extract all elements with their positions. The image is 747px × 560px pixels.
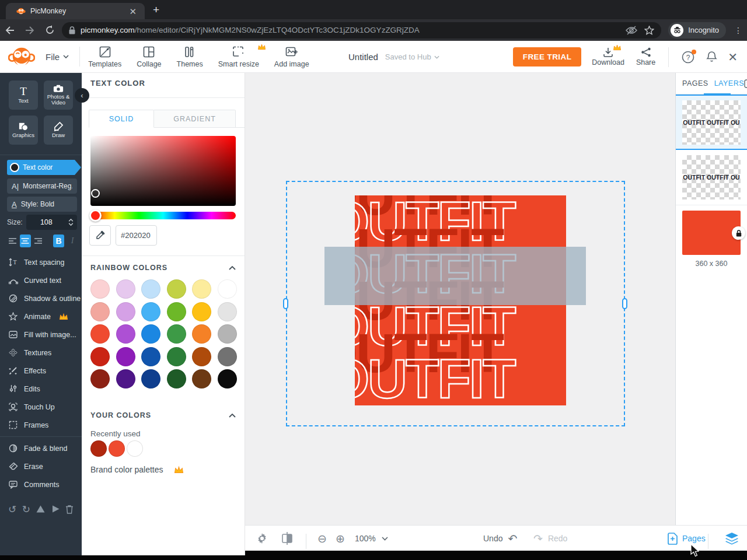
color-swatch[interactable] xyxy=(192,324,211,344)
color-swatch[interactable] xyxy=(116,302,135,321)
flip-preview-button[interactable] xyxy=(281,526,293,551)
color-swatch[interactable] xyxy=(90,302,110,321)
layer-item-text-2[interactable]: OUTFIT OUTFIT OU xyxy=(676,150,747,205)
text-tool-button[interactable]: T Text xyxy=(9,80,38,110)
hex-color-input[interactable] xyxy=(116,225,157,246)
zoom-in-icon[interactable]: ⊕ xyxy=(336,526,345,551)
file-menu-button[interactable]: File xyxy=(42,52,77,62)
close-layers-icon[interactable] xyxy=(744,79,747,88)
color-swatch[interactable] xyxy=(90,347,110,366)
color-swatch[interactable] xyxy=(141,302,160,321)
menu-item-animate[interactable]: Animate xyxy=(0,307,82,326)
close-editor-icon[interactable]: ✕ xyxy=(728,50,738,64)
align-right-button[interactable] xyxy=(32,235,44,247)
color-swatch[interactable] xyxy=(218,347,237,366)
reload-icon[interactable] xyxy=(40,25,60,35)
photos-video-button[interactable]: Photos & Video xyxy=(44,80,73,110)
zoom-chevron-icon[interactable] xyxy=(382,526,388,551)
picmonkey-logo[interactable] xyxy=(8,45,35,68)
color-swatch[interactable] xyxy=(192,347,211,366)
incognito-badge[interactable]: Incognito xyxy=(668,22,726,38)
color-swatch[interactable] xyxy=(218,302,237,321)
zoom-level[interactable]: 100% xyxy=(355,526,376,551)
new-tab-icon[interactable]: + xyxy=(153,4,159,16)
font-size-input[interactable]: 108 xyxy=(26,215,77,230)
color-swatch[interactable] xyxy=(141,369,160,388)
settings-gear-button[interactable] xyxy=(256,526,268,551)
menu-item-erase[interactable]: Erase xyxy=(0,457,82,475)
lock-badge[interactable] xyxy=(732,226,745,240)
menu-item-text-spacing[interactable]: T Text spacing xyxy=(0,253,82,271)
smart-resize-button[interactable]: Smart resize xyxy=(218,46,259,68)
color-swatch[interactable] xyxy=(141,347,160,366)
draw-button[interactable]: Draw xyxy=(44,116,73,145)
tab-close-icon[interactable]: ✕ xyxy=(127,6,139,17)
menu-item-effects[interactable]: Effects xyxy=(0,362,82,380)
menu-item-comments[interactable]: Comments xyxy=(0,475,82,494)
text-color-button[interactable]: Text color xyxy=(7,160,75,175)
color-swatch[interactable] xyxy=(90,279,110,299)
layers-stack-button[interactable] xyxy=(725,526,739,551)
collage-button[interactable]: Collage xyxy=(137,46,161,68)
browser-tab[interactable]: PicMonkey ✕ xyxy=(6,3,145,19)
eyedropper-button[interactable] xyxy=(89,225,111,246)
color-swatch[interactable] xyxy=(90,369,110,388)
font-button[interactable]: A| Montserrat-Reg... xyxy=(7,178,77,194)
color-swatch[interactable] xyxy=(218,279,237,299)
color-swatch[interactable] xyxy=(116,369,135,388)
color-swatch[interactable] xyxy=(116,279,135,299)
resize-handle-left[interactable] xyxy=(283,298,288,309)
color-swatch[interactable] xyxy=(218,324,237,344)
free-trial-button[interactable]: FREE TRIAL xyxy=(513,47,582,66)
color-swatch[interactable] xyxy=(141,324,160,344)
menu-kebab-icon[interactable]: ⋮ xyxy=(729,26,747,35)
menu-item-edits[interactable]: Edits xyxy=(0,380,82,398)
menu-item-fade-blend[interactable]: Fade & blend xyxy=(0,439,82,457)
color-swatch[interactable] xyxy=(116,347,135,366)
color-swatch[interactable] xyxy=(116,324,135,344)
tab-solid[interactable]: SOLID xyxy=(89,110,154,128)
undo-icon[interactable]: ↺ xyxy=(8,505,16,514)
italic-button[interactable]: I xyxy=(67,235,78,247)
forward-icon[interactable] xyxy=(20,26,40,35)
color-swatch[interactable] xyxy=(192,279,211,299)
notifications-button[interactable] xyxy=(706,51,717,63)
bold-button[interactable]: B xyxy=(53,235,65,247)
url-bar[interactable]: picmonkey.com/home/editor/CiRjYjNkMGM2NS… xyxy=(62,22,661,38)
tab-gradient[interactable]: GRADIENT xyxy=(154,110,236,128)
color-swatch[interactable] xyxy=(167,369,186,388)
recent-color-swatch[interactable] xyxy=(109,440,125,457)
align-left-button[interactable] xyxy=(7,235,19,247)
saturation-handle[interactable] xyxy=(91,189,100,198)
menu-item-curved-text[interactable]: Curved text xyxy=(0,271,82,289)
undo-button[interactable]: Undo ↶ xyxy=(483,526,517,551)
collapse-panel-icon[interactable]: ‹ xyxy=(75,88,89,103)
document-title[interactable]: Untitled xyxy=(348,52,378,62)
menu-item-frames[interactable]: Frames xyxy=(0,416,82,434)
layer-item-text-1[interactable]: OUTFIT OUTFIT OU xyxy=(676,94,747,150)
download-button[interactable]: Download xyxy=(592,47,624,66)
zoom-out-icon[interactable]: ⊖ xyxy=(317,526,327,551)
tab-pages[interactable]: PAGES xyxy=(682,79,708,88)
recent-color-swatch[interactable] xyxy=(90,440,107,457)
color-swatch[interactable] xyxy=(192,302,211,321)
menu-item-fill-with-image[interactable]: Fill with image... xyxy=(0,326,82,344)
brand-palettes-row[interactable]: Brand color palettes xyxy=(90,465,184,474)
help-button[interactable]: ? xyxy=(682,51,694,64)
hue-slider[interactable] xyxy=(90,212,236,219)
color-swatch[interactable] xyxy=(192,369,211,388)
redo-button[interactable]: ↷ Redo xyxy=(533,526,567,551)
color-swatch[interactable] xyxy=(167,302,186,321)
canvas[interactable]: OUTFIT OUTFIT OUTFIT OUTFIT OUTFIT OUTFI… xyxy=(245,73,675,525)
flip-triangle-icon[interactable] xyxy=(36,505,46,514)
graphics-button[interactable]: Graphics xyxy=(9,116,38,145)
star-icon[interactable] xyxy=(644,26,654,35)
menu-item-touch-up[interactable]: Touch Up xyxy=(0,398,82,416)
back-icon[interactable] xyxy=(0,26,20,35)
color-swatch[interactable] xyxy=(90,324,110,344)
themes-button[interactable]: Themes xyxy=(177,46,203,68)
your-colors-header[interactable]: YOUR COLORS xyxy=(90,411,236,419)
eye-off-icon[interactable] xyxy=(626,26,637,35)
color-swatch[interactable] xyxy=(167,279,186,299)
menu-item-shadow-outline[interactable]: Shadow & outline xyxy=(0,289,82,307)
